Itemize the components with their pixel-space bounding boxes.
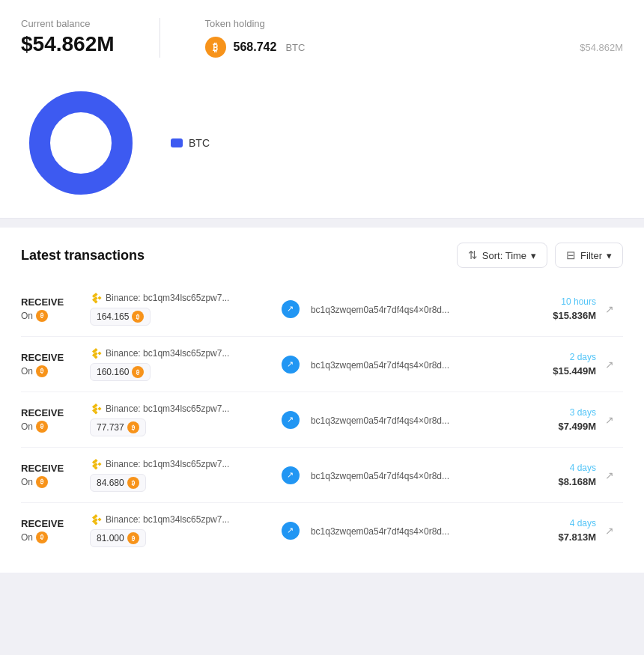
tx-from-col: Binance: bc1qm34lsc65zpw7... 84.680 ₿ (90, 458, 270, 492)
tx-time-col: 2 days $15.449M (536, 352, 596, 377)
legend-color-btc (171, 138, 183, 147)
tx-type-col: RECEIVE On ₿ (21, 352, 81, 377)
tx-from-row: Binance: bc1qm34lsc65zpw7... (90, 403, 270, 415)
tx-to-addr: bc1q3zwqem0a54r7df4qs4×0r8d... (311, 471, 449, 481)
tx-to-col: bc1q3zwqem0a54r7df4qs4×0r8d... (311, 413, 527, 427)
binance-icon (90, 458, 102, 470)
tx-from-addr: Binance: bc1qm34lsc65zpw7... (106, 348, 229, 359)
tx-on: On ₿ (21, 365, 81, 377)
arrow-icon: ↗ (282, 356, 300, 374)
btc-icon-sm: ₿ (36, 310, 48, 322)
tx-on: On ₿ (21, 310, 81, 322)
tx-time: 10 hours (536, 296, 596, 307)
svg-marker-17 (98, 407, 102, 411)
arrow-icon: ↗ (282, 300, 300, 318)
donut-chart (21, 83, 141, 203)
tx-link-col[interactable]: ↗ (605, 302, 623, 316)
tx-link-col[interactable]: ↗ (605, 358, 623, 371)
tx-amount-row: 84.680 ₿ (90, 474, 270, 492)
token-label: Token holding (205, 18, 623, 29)
tx-from-col: Binance: bc1qm34lsc65zpw7... 81.000 ₿ (90, 514, 270, 547)
filter-chevron-icon: ▾ (607, 250, 612, 261)
filter-icon: ⊟ (566, 249, 576, 262)
tx-time: 4 days (536, 463, 596, 473)
binance-icon (90, 292, 102, 304)
tx-type-col: RECEIVE On ₿ (21, 296, 81, 322)
table-row: RECEIVE On ₿ Binance: bc1qm34lsc65zpw7..… (21, 337, 623, 392)
tx-link-col[interactable]: ↗ (605, 524, 623, 537)
tx-link-col[interactable]: ↗ (605, 413, 623, 427)
vertical-divider (160, 18, 160, 58)
external-link-icon[interactable]: ↗ (605, 359, 614, 371)
tx-to-col: bc1q3zwqem0a54r7df4qs4×0r8d... (311, 302, 527, 316)
btc-amount-icon: ₿ (132, 311, 144, 323)
tx-on: On ₿ (21, 476, 81, 488)
tx-arrow-col: ↗ (279, 356, 302, 374)
tx-arrow-col: ↗ (279, 522, 302, 540)
tx-from-col: Binance: bc1qm34lsc65zpw7... 160.160 ₿ (90, 347, 270, 381)
chart-legend-row: BTC (21, 76, 623, 203)
tx-from-addr: Binance: bc1qm34lsc65zpw7... (106, 459, 229, 469)
btc-amount-icon: ₿ (132, 366, 144, 378)
tx-time: 4 days (536, 518, 596, 528)
sort-button[interactable]: ⇅ Sort: Time ▾ (457, 243, 547, 268)
binance-icon (90, 347, 102, 359)
tx-time-col: 10 hours $15.836M (536, 296, 596, 321)
external-link-icon[interactable]: ↗ (605, 469, 614, 481)
filter-button[interactable]: ⊟ Filter ▾ (555, 243, 623, 268)
external-link-icon[interactable]: ↗ (605, 525, 614, 537)
tx-type: RECEIVE (21, 463, 81, 474)
sort-icon: ⇅ (468, 249, 478, 262)
filter-label: Filter (580, 250, 602, 261)
tx-header: Latest transactions ⇅ Sort: Time ▾ ⊟ Fil… (21, 243, 623, 268)
btc-icon-sm: ₿ (36, 365, 48, 377)
tx-amount-row: 164.165 ₿ (90, 308, 270, 326)
tx-amount-row: 77.737 ₿ (90, 418, 270, 436)
transactions-section: Latest transactions ⇅ Sort: Time ▾ ⊟ Fil… (0, 228, 644, 573)
tx-time-col: 3 days $7.499M (536, 407, 596, 432)
tx-arrow-col: ↗ (279, 300, 302, 318)
btc-icon-sm: ₿ (36, 476, 48, 488)
svg-point-2 (51, 113, 111, 173)
arrow-icon: ↗ (282, 466, 300, 484)
balance-token-row: Current balance $54.862M Token holding ₿… (21, 18, 623, 58)
svg-marker-29 (98, 518, 102, 522)
tx-amount-row: 81.000 ₿ (90, 529, 270, 547)
tx-type-col: RECEIVE On ₿ (21, 518, 81, 543)
binance-icon (90, 514, 102, 525)
tx-on-label: On (21, 366, 33, 377)
tx-link-col[interactable]: ↗ (605, 469, 623, 482)
table-row: RECEIVE On ₿ Binance: bc1qm34lsc65zpw7..… (21, 392, 623, 448)
tx-to-col: bc1q3zwqem0a54r7df4qs4×0r8d... (311, 469, 527, 482)
tx-time-col: 4 days $7.813M (536, 518, 596, 543)
tx-usd: $7.813M (536, 531, 596, 543)
tx-usd: $7.499M (536, 421, 596, 432)
balance-label: Current balance (21, 18, 115, 29)
svg-marker-11 (98, 352, 102, 356)
sort-chevron-icon: ▾ (531, 250, 536, 261)
token-amount: 568.742 (234, 40, 277, 54)
tx-time: 3 days (536, 407, 596, 418)
btc-amount-icon: ₿ (127, 421, 139, 433)
tx-time: 2 days (536, 352, 596, 362)
external-link-icon[interactable]: ↗ (605, 303, 614, 315)
tx-usd: $15.449M (536, 365, 596, 377)
tx-arrow-col: ↗ (279, 411, 302, 429)
tx-on-label: On (21, 532, 33, 543)
tx-from-addr: Binance: bc1qm34lsc65zpw7... (106, 293, 229, 303)
tx-title: Latest transactions (21, 248, 457, 263)
tx-usd: $15.836M (536, 310, 596, 321)
tx-amount-badge: 81.000 ₿ (90, 529, 146, 547)
tx-amount-row: 160.160 ₿ (90, 363, 270, 381)
balance-area: Current balance $54.862M (21, 18, 115, 56)
external-link-icon[interactable]: ↗ (605, 414, 614, 426)
tx-to-addr: bc1q3zwqem0a54r7df4qs4×0r8d... (311, 526, 449, 537)
tx-from-row: Binance: bc1qm34lsc65zpw7... (90, 458, 270, 470)
chart-legend: BTC (171, 137, 210, 149)
tx-type-col: RECEIVE On ₿ (21, 407, 81, 433)
token-symbol: BTC (285, 42, 305, 53)
tx-on-label: On (21, 477, 33, 487)
tx-type: RECEIVE (21, 407, 81, 418)
tx-type: RECEIVE (21, 296, 81, 308)
tx-amount-badge: 77.737 ₿ (90, 418, 146, 436)
